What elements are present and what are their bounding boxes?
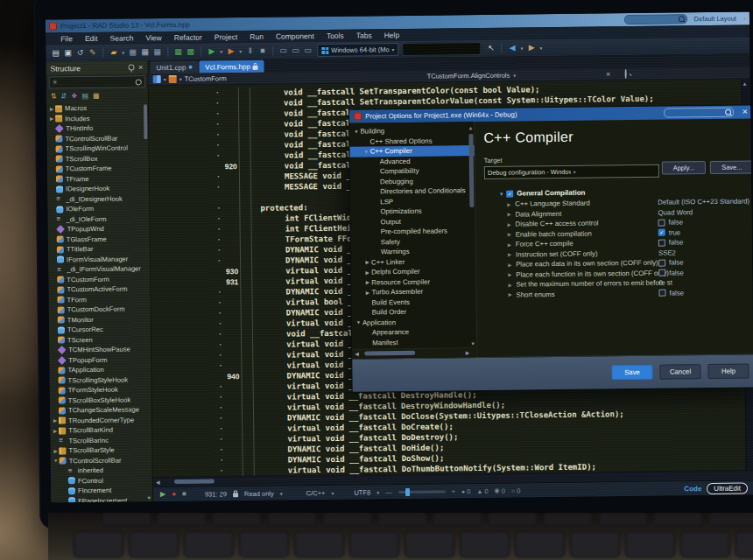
menu-item-run[interactable]: Run: [243, 32, 270, 41]
member-combo[interactable]: TCustomForm.AlignControls ▾: [427, 72, 517, 80]
menu-item-view[interactable]: View: [139, 33, 167, 42]
menu-item-component[interactable]: Component: [270, 32, 320, 41]
close-icon[interactable]: ✕: [606, 71, 611, 78]
structure-filter-input[interactable]: ✳: [49, 75, 145, 88]
help-button[interactable]: Help: [707, 364, 749, 380]
option-row[interactable]: ▶Short enumsfalse: [485, 287, 749, 300]
menu-item-project[interactable]: Project: [208, 32, 244, 41]
structure-tree[interactable]: ▶Macros▶IncludesTHintInfoTControlScrollB…: [46, 101, 152, 502]
chevron-down-icon[interactable]: ▾: [538, 42, 545, 53]
scroll-left-icon[interactable]: ◀: [156, 479, 160, 485]
option-value[interactable]: false: [658, 219, 684, 227]
scroll-up-icon[interactable]: ▲: [743, 80, 747, 87]
expand-icon[interactable]: ▶: [363, 280, 371, 285]
scroll-up-icon[interactable]: ▲: [468, 125, 473, 130]
breadcrumb-class[interactable]: TCustomForm: [185, 74, 227, 83]
desktop-layout-selector[interactable]: Default Layout: [693, 15, 735, 24]
expand-icon[interactable]: ▼: [362, 149, 370, 154]
option-value[interactable]: false: [658, 239, 684, 247]
group-icon[interactable]: ❖: [71, 92, 77, 100]
target-config-select[interactable]: Debug configuration - Windows 64-bit (Mo…: [484, 164, 659, 179]
menu-item-edit[interactable]: Edit: [79, 34, 104, 43]
close-icon[interactable]: ✕: [138, 64, 144, 71]
chevron-down-icon[interactable]: ▾: [218, 46, 224, 57]
tab-vcl.forms.hpp[interactable]: Vcl.Forms.hpp: [199, 60, 264, 74]
option-value[interactable]: Quad Word: [658, 208, 693, 216]
cancel-button[interactable]: Cancel: [659, 364, 700, 380]
zoom-slider[interactable]: [398, 490, 446, 494]
platform-selector[interactable]: Windows 64-bit (Mo ▾: [317, 43, 398, 57]
tab-unit1.cpp[interactable]: Unit1.cpp: [150, 61, 198, 74]
expand-icon[interactable]: ▶: [363, 290, 371, 295]
run2-button[interactable]: ▶: [225, 46, 236, 57]
option-checkbox[interactable]: [658, 290, 665, 297]
structure-scrollbar-thumb[interactable]: [144, 104, 147, 139]
expand-icon[interactable]: ▶: [52, 418, 59, 424]
expand-icon[interactable]: ▶: [363, 260, 371, 265]
option-checkbox[interactable]: [658, 219, 665, 226]
pencil-button[interactable]: ✎: [87, 47, 98, 59]
expand-icon[interactable]: ▶: [48, 116, 55, 122]
pages-button[interactable]: ▣: [62, 47, 74, 59]
option-checkbox[interactable]: [658, 270, 665, 276]
history-button[interactable]: ↺: [74, 47, 86, 59]
record-icon[interactable]: ●: [172, 491, 176, 498]
menu-item-tabs[interactable]: Tabs: [350, 31, 378, 39]
expand-icon[interactable]: ▶: [52, 448, 59, 453]
tree-horizontal-scrollbar[interactable]: ◀▶: [352, 347, 476, 359]
target-selector[interactable]: [403, 42, 482, 56]
pause-button[interactable]: ‖: [244, 46, 256, 57]
disks-button[interactable]: ▦: [139, 46, 151, 58]
expand-icon[interactable]: ▼: [355, 320, 362, 326]
zoom-out-icon[interactable]: —: [385, 488, 392, 496]
props-icon[interactable]: ▦: [93, 92, 100, 100]
cursor-button[interactable]: ↖: [486, 43, 497, 54]
win-button[interactable]: ▭: [302, 45, 313, 56]
scroll-down-icon[interactable]: ▼: [146, 495, 151, 500]
section-checkbox[interactable]: ✓: [506, 190, 513, 197]
module-icon[interactable]: [169, 75, 177, 83]
ide-search-input[interactable]: [623, 14, 686, 24]
option-value[interactable]: Default (ISO C++23 Standard): [658, 198, 749, 206]
disk2-button[interactable]: ▦: [151, 46, 163, 58]
option-value[interactable]: SSE2: [658, 248, 676, 256]
stop-button[interactable]: ■: [257, 46, 268, 57]
expand-icon[interactable]: ▼: [352, 129, 360, 134]
play-icon[interactable]: ▶: [160, 491, 165, 498]
expand-icon[interactable]: ▶: [52, 428, 59, 433]
chevron-down-icon[interactable]: ▾: [237, 46, 243, 57]
stop-icon[interactable]: ■: [182, 491, 186, 498]
grid-del-button[interactable]: ▦: [185, 46, 196, 58]
menu-item-file[interactable]: File: [54, 34, 79, 43]
fwd-button[interactable]: ▶: [526, 42, 538, 53]
option-value[interactable]: false: [658, 289, 684, 297]
tree-scrollbar-thumb[interactable]: [468, 134, 474, 207]
expand-icon[interactable]: ▶: [363, 270, 371, 275]
option-checkbox[interactable]: ✓: [658, 229, 665, 236]
scroll-down-icon[interactable]: ▼: [470, 341, 475, 346]
back-button[interactable]: ◀: [507, 42, 518, 53]
search-icon[interactable]: [625, 70, 627, 78]
save-button[interactable]: Save: [611, 365, 652, 381]
mode-dropdown[interactable]: Read only: [244, 489, 274, 497]
apply-button[interactable]: Apply...: [662, 161, 706, 175]
general-compilation-section[interactable]: ▾ ✓ General Compilation: [500, 187, 748, 198]
run-button[interactable]: ▶: [206, 46, 217, 57]
option-checkbox[interactable]: [658, 259, 665, 266]
menu-item-tools[interactable]: Tools: [320, 32, 350, 40]
sort-alpha-icon[interactable]: ⇅: [51, 92, 57, 100]
sort-source-icon[interactable]: ⇵: [61, 92, 67, 100]
menu-item-refactor[interactable]: Refactor: [168, 32, 208, 42]
zoom-in-icon[interactable]: +: [452, 487, 455, 495]
encoding-dropdown[interactable]: UTF8: [354, 488, 370, 496]
option-value[interactable]: false: [658, 269, 684, 276]
option-value[interactable]: false: [658, 259, 684, 267]
folder-button[interactable]: ▰: [108, 47, 119, 59]
disk-button[interactable]: ▦: [127, 46, 138, 58]
dialog-search-input[interactable]: [664, 108, 734, 118]
chevron-down-icon[interactable]: ▾: [519, 42, 525, 53]
win-button[interactable]: ▭: [290, 45, 301, 56]
options-tree[interactable]: ▲ ▼ ▼BuildingC++ Shared Options▼C++ Comp…: [349, 122, 477, 359]
option-checkbox[interactable]: [658, 239, 665, 246]
dialog-close-icon[interactable]: ✕: [742, 108, 748, 116]
